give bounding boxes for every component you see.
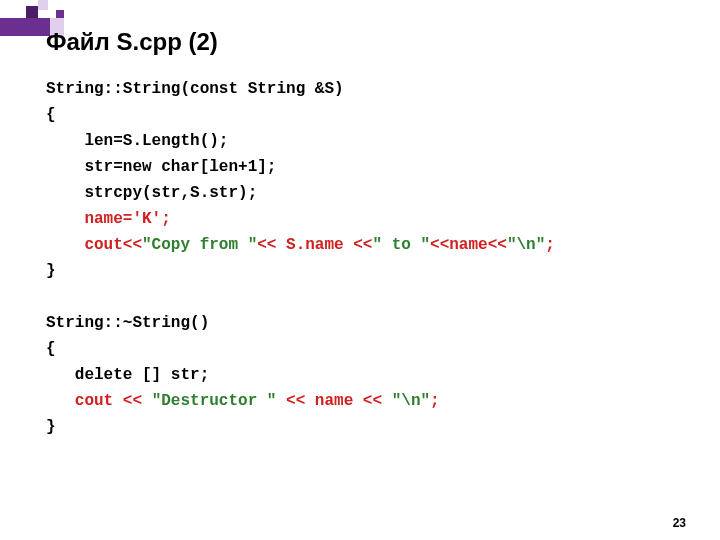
code-line-highlight: cout<<"Copy from "<< S.name <<" to "<<na… — [46, 232, 680, 258]
code-line: { — [46, 336, 680, 362]
code-blank — [46, 284, 680, 310]
code-line: strcpy(str,S.str); — [46, 180, 680, 206]
slide-title: Файл S.cpp (2) — [46, 28, 218, 56]
code-line-highlight: name='K'; — [46, 206, 680, 232]
code-line: delete [] str; — [46, 362, 680, 388]
code-line: String::~String() — [46, 310, 680, 336]
code-line: str=new char[len+1]; — [46, 154, 680, 180]
code-line: } — [46, 258, 680, 284]
code-block: String::String(const String &S) { len=S.… — [46, 76, 680, 440]
code-line: String::String(const String &S) — [46, 76, 680, 102]
code-line: len=S.Length(); — [46, 128, 680, 154]
code-line: { — [46, 102, 680, 128]
code-line: } — [46, 414, 680, 440]
page-number: 23 — [673, 516, 686, 530]
code-line-highlight: cout << "Destructor " << name << "\n"; — [46, 388, 680, 414]
